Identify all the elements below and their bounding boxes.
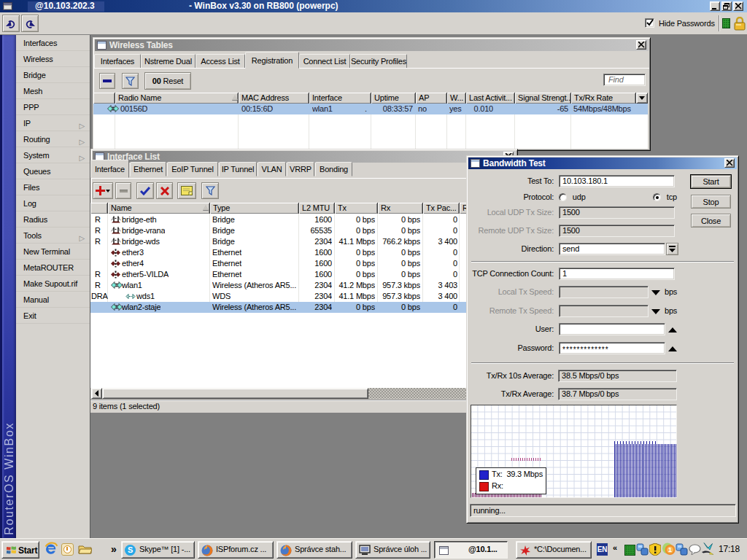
svg-text:1: 1 [668,546,672,553]
